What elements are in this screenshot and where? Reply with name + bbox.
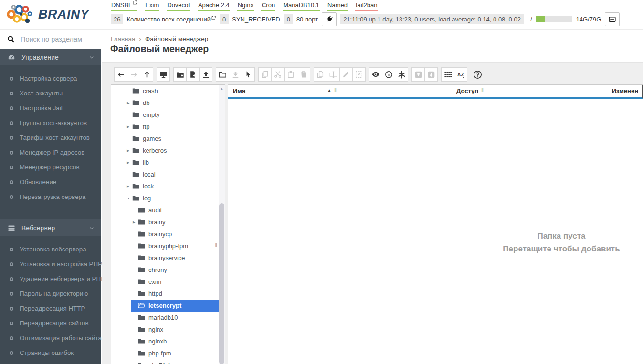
panel-resize-handle[interactable]: ‖: [215, 242, 217, 248]
column-header-modified[interactable]: Изменен: [612, 87, 638, 94]
service-link-dovecot[interactable]: Dovecot: [167, 1, 190, 11]
brand-logo[interactable]: BRAINY: [6, 3, 89, 26]
sidebar-item-настройка-сервера[interactable]: Настройка сервера: [0, 71, 101, 86]
sidebar-item-перезагрузка-сервера[interactable]: Перезагрузка сервера: [0, 189, 101, 204]
column-header-name[interactable]: Имя: [233, 87, 246, 94]
archive-button[interactable]: [411, 67, 425, 82]
open-folder-button[interactable]: [216, 67, 229, 82]
tree-item-games[interactable]: games: [111, 133, 225, 145]
tree-caret-right-icon[interactable]: ▶: [127, 125, 132, 129]
help-button[interactable]: [471, 67, 484, 82]
extract-button[interactable]: [352, 67, 366, 82]
sidebar-item-страницы-ошибок[interactable]: Страницы ошибок: [0, 345, 101, 360]
download-button[interactable]: [229, 67, 242, 82]
tree-item-php-fpm[interactable]: php-fpm: [111, 347, 225, 359]
scroll-up-arrow-icon[interactable]: ▲: [219, 85, 225, 92]
new-folder-button[interactable]: [173, 67, 187, 82]
plug-button[interactable]: [322, 12, 337, 26]
remote-view-button[interactable]: [157, 67, 170, 82]
unarchive-button[interactable]: [424, 67, 438, 82]
sidebar-item-индивидуальная[interactable]: Индивидуальная: [0, 360, 101, 364]
tree-caret-right-icon[interactable]: ▶: [127, 161, 132, 165]
sidebar-item-тарифы-хост-аккаунтов[interactable]: Тарифы хост-аккаунтов: [0, 130, 101, 145]
sidebar-item-оптимизация-работы-сайта[interactable]: Оптимизация работы сайта: [0, 331, 101, 345]
up-button[interactable]: [140, 67, 153, 82]
service-link-named[interactable]: Named: [327, 1, 348, 11]
column-header-access[interactable]: Доступ: [456, 87, 478, 94]
back-button[interactable]: [114, 67, 127, 82]
tree-item-ftp[interactable]: ▶ftp: [111, 121, 225, 133]
tree-caret-right-icon[interactable]: ▶: [127, 149, 132, 153]
tree-item-lib[interactable]: ▶lib: [111, 156, 225, 168]
tree-caret-right-icon[interactable]: ▶: [127, 185, 132, 188]
view-grid-button[interactable]: [441, 67, 454, 82]
disk-details-button[interactable]: [605, 12, 620, 26]
column-resize-handle[interactable]: ‖: [481, 87, 484, 94]
sidebar-section-управление[interactable]: Управление: [0, 49, 101, 65]
rename-button[interactable]: [327, 67, 340, 82]
sidebar-item-удаление-вебсервера-и-php[interactable]: Удаление вебсервера и PHP: [0, 271, 101, 286]
copy-button[interactable]: [258, 67, 272, 82]
tree-item-log[interactable]: ▼log: [111, 192, 225, 204]
sidebar-item-хост-аккаунты[interactable]: Хост-аккаунты: [0, 86, 101, 101]
tree-caret-right-icon[interactable]: ▶: [133, 220, 138, 224]
service-link-mariadb10-1[interactable]: MariaDB10.1: [283, 1, 320, 11]
column-resize-handle[interactable]: ‖: [334, 87, 337, 94]
tree-item-chrony[interactable]: chrony: [111, 264, 225, 276]
tree-item-brainy[interactable]: ▶brainy: [111, 216, 225, 228]
sidebar-item-обновление[interactable]: Обновление: [0, 175, 101, 189]
tree-item-php71-fpm[interactable]: php71-fpm: [111, 359, 225, 364]
sidebar-search-input[interactable]: [21, 35, 96, 43]
delete-button[interactable]: [297, 67, 310, 82]
select-button[interactable]: [242, 67, 255, 82]
tree-caret-down-icon[interactable]: ▼: [127, 197, 132, 200]
tree-item-httpd[interactable]: httpd: [111, 288, 225, 300]
service-link-cron[interactable]: Cron: [261, 1, 275, 11]
sidebar-item-группы-хост-аккаунтов[interactable]: Группы хост-аккаунтов: [0, 115, 101, 130]
tree-item-kerberos[interactable]: ▶kerberos: [111, 145, 225, 156]
edit-button[interactable]: [339, 67, 353, 82]
service-link-nginx[interactable]: Nginx: [237, 1, 254, 11]
tree-item-audit[interactable]: audit: [111, 204, 225, 216]
paste-button[interactable]: [284, 67, 297, 82]
connections-link[interactable]: Количество всех соединений: [126, 16, 216, 23]
tree-item-letsencrypt[interactable]: letsencrypt: [111, 300, 225, 312]
tree-item-crash[interactable]: crash: [111, 85, 225, 97]
sidebar-item-установка-и-настройка-php[interactable]: Установка и настройка PHP: [0, 257, 101, 271]
scrollbar-thumb[interactable]: [219, 203, 224, 364]
duplicate-button[interactable]: [314, 67, 327, 82]
tree-item-local[interactable]: local: [111, 168, 225, 180]
tree-item-exim[interactable]: exim: [111, 276, 225, 288]
tree-item-mariadb10[interactable]: mariadb10: [111, 312, 225, 323]
tree-item-nginxb[interactable]: nginxb: [111, 335, 225, 347]
preview-button[interactable]: [369, 67, 382, 82]
sidebar-item-менеджер-ip-адресов[interactable]: Менеджер IP адресов: [0, 145, 101, 160]
sidebar-item-переадресация-http[interactable]: Переадресация HTTP: [0, 301, 101, 316]
service-link-exim[interactable]: Exim: [145, 1, 159, 11]
tree-item-db[interactable]: ▶db: [111, 97, 225, 109]
tree-item-brainyservice[interactable]: brainyservice: [111, 252, 225, 264]
sidebar-item-пароль-на-директорию[interactable]: Пароль на директорию: [0, 286, 101, 301]
breadcrumb-home[interactable]: Главная: [111, 35, 135, 42]
sidebar-item-установка-вебсервера[interactable]: Установка вебсервера: [0, 242, 101, 257]
upload-button[interactable]: [199, 67, 212, 82]
cut-button[interactable]: [271, 67, 285, 82]
tree-item-empty[interactable]: empty: [111, 109, 225, 121]
service-link-dnsbl[interactable]: DNSBL: [111, 1, 137, 11]
sidebar-item-менеджер-ресурсов[interactable]: Менеджер ресурсов: [0, 160, 101, 175]
tree-item-lock[interactable]: ▶lock: [111, 180, 225, 192]
service-link-fail2ban[interactable]: fail2ban: [355, 1, 378, 11]
permissions-button[interactable]: [395, 67, 408, 82]
service-link-apache-2-4[interactable]: Apache 2.4: [198, 1, 230, 11]
tree-item-brainycp[interactable]: brainycp: [111, 228, 225, 240]
forward-button[interactable]: [127, 67, 140, 82]
tree-caret-right-icon[interactable]: ▶: [127, 101, 132, 105]
tree-scrollbar[interactable]: ▲: [219, 85, 225, 364]
sidebar-section-вебсервер[interactable]: Вебсервер: [0, 219, 101, 236]
sort-alphabetical-button[interactable]: AZ: [454, 67, 467, 82]
tree-item-nginx[interactable]: nginx: [111, 323, 225, 335]
sidebar-item-переадресация-сайтов[interactable]: Переадресация сайтов: [0, 316, 101, 331]
properties-button[interactable]: [382, 67, 395, 82]
sidebar-item-настройка-jail[interactable]: Настройка Jail: [0, 101, 101, 115]
new-file-button[interactable]: [186, 67, 200, 82]
